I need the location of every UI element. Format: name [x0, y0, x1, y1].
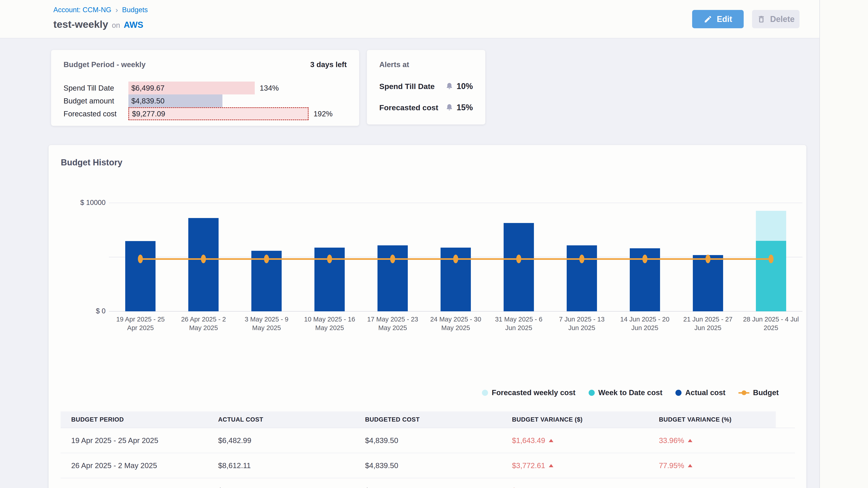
spend-till-date-label: Spend Till Date — [64, 84, 128, 92]
cell-budgeted-cost: $4,839.50 — [354, 486, 501, 488]
days-left-text: 3 days left — [310, 60, 347, 69]
chart-slot: 31 May 2025 - 6 Jun 2025 — [487, 203, 550, 311]
budget-line-marker[interactable] — [264, 255, 269, 263]
budget-detail-page: Account: CCM-NG › Budgets test-weekly on… — [0, 0, 868, 488]
alert-forecast-threshold: 15% — [457, 103, 473, 112]
breadcrumb-separator-icon: › — [116, 5, 118, 14]
budget-period-card-title: Budget Period - weekly — [64, 60, 146, 69]
legend-label: Forecasted weekly cost — [492, 388, 576, 397]
y-axis-label-zero: $ 0 — [72, 307, 105, 315]
cell-budgeted-cost: $4,839.50 — [354, 436, 501, 445]
actual-cost-bar[interactable] — [188, 218, 219, 311]
breadcrumb: Account: CCM-NG › Budgets — [53, 5, 148, 14]
week-to-date-cost-bar[interactable] — [756, 241, 786, 311]
budget-line-marker[interactable] — [516, 255, 521, 263]
budget-amount-row: Budget amount $4,839.50 — [64, 94, 347, 107]
alert-forecast-row: Forecasted cost 15% — [379, 103, 473, 112]
budget-line-marker[interactable] — [706, 255, 710, 263]
main-content-column: Account: CCM-NG › Budgets test-weekly on… — [0, 0, 820, 488]
table-header-row: BUDGET PERIODACTUAL COSTBUDGETED COSTBUD… — [61, 412, 795, 428]
cell-budget-variance-pct: 77.95% — [648, 461, 795, 470]
chart-slot: 21 Jun 2025 - 27 Jun 2025 — [676, 203, 739, 311]
x-axis-label: 19 Apr 2025 - 25 Apr 2025 — [112, 315, 168, 332]
budget-line-marker[interactable] — [138, 255, 143, 263]
budget-line-marker[interactable] — [453, 255, 458, 263]
legend-item[interactable]: Actual cost — [675, 388, 725, 397]
forecasted-cost-bar: $9,277.09 — [128, 107, 309, 120]
cell-actual-cost: $5,588.18 — [208, 486, 354, 488]
x-axis-label: 14 Jun 2025 - 20 Jun 2025 — [617, 315, 673, 332]
pencil-icon — [704, 15, 712, 24]
actual-cost-swatch — [675, 390, 682, 396]
chart-slot: 26 Apr 2025 - 2 May 2025 — [172, 203, 235, 311]
x-axis-label: 17 May 2025 - 23 May 2025 — [364, 315, 421, 332]
cell-budget-variance-pct: 33.96% — [648, 436, 795, 445]
x-axis-label: 31 May 2025 - 6 Jun 2025 — [491, 315, 547, 332]
forecasted-cost-percent: 192% — [313, 109, 333, 118]
budget-period-card: Budget Period - weekly 3 days left Spend… — [51, 50, 359, 126]
x-axis-label: 3 May 2025 - 9 May 2025 — [238, 315, 295, 332]
legend-label: Actual cost — [685, 388, 725, 397]
table-row: 3 May 2025 - 9 May 2025$5,588.18$4,839.5… — [61, 478, 795, 488]
cell-budgeted-cost: $4,839.50 — [354, 461, 501, 470]
table-header-cell: BUDGETED COST — [354, 416, 501, 423]
cell-budget-variance-usd: $748.68 — [501, 486, 648, 488]
budget-amount-label: Budget amount — [64, 97, 128, 105]
page-title: test-weekly — [53, 19, 108, 30]
variance-up-icon — [549, 439, 553, 442]
budget-line-marker[interactable] — [579, 255, 584, 263]
budget-line-swatch — [739, 390, 749, 396]
budget-history-card: Budget History $ 10000 $ 0 19 Apr 2025 -… — [49, 145, 806, 488]
platform-label: AWS — [124, 20, 143, 30]
breadcrumb-budgets-link[interactable]: Budgets — [122, 6, 148, 14]
chart-legend: Forecasted weekly costWeek to Date costA… — [61, 388, 794, 397]
alert-spend-label: Spend Till Date — [379, 82, 435, 91]
x-axis-label: 26 Apr 2025 - 2 May 2025 — [175, 315, 232, 332]
budget-amount-bar: $4,839.50 — [128, 94, 222, 107]
table-header-cell: ACTUAL COST — [208, 416, 354, 423]
delete-button-label: Delete — [770, 14, 795, 24]
legend-item[interactable]: Budget — [739, 388, 779, 397]
spend-till-date-bar: $6,499.67 — [128, 82, 255, 94]
delete-button[interactable]: Delete — [752, 10, 800, 28]
table-body: 19 Apr 2025 - 25 Apr 2025$6,482.99$4,839… — [61, 428, 795, 488]
x-axis-label: 10 May 2025 - 16 May 2025 — [301, 315, 358, 332]
title-on-text: on — [112, 21, 120, 30]
chart-slot: 10 May 2025 - 16 May 2025 — [298, 203, 361, 311]
breadcrumb-account-link[interactable]: Account: CCM-NG — [53, 6, 112, 14]
alert-forecast-label: Forecasted cost — [379, 103, 438, 112]
variance-up-icon — [549, 464, 553, 467]
legend-item[interactable]: Forecasted weekly cost — [482, 388, 576, 397]
edit-button[interactable]: Edit — [692, 10, 744, 28]
table-row: 26 Apr 2025 - 2 May 2025$8,612.11$4,839.… — [61, 453, 795, 478]
week-to-date-cost-swatch — [589, 390, 595, 396]
y-axis-label-max: $ 10000 — [72, 199, 105, 207]
variance-up-icon — [688, 439, 692, 442]
variance-up-icon — [688, 464, 692, 467]
budget-history-chart: $ 10000 $ 0 19 Apr 2025 - 25 Apr 202526 … — [61, 179, 794, 362]
actual-cost-bar[interactable] — [504, 223, 534, 311]
legend-item[interactable]: Week to Date cost — [589, 388, 662, 397]
budget-line-marker[interactable] — [201, 255, 206, 263]
actual-cost-bar[interactable] — [125, 241, 156, 311]
chart-slot: 3 May 2025 - 9 May 2025 — [235, 203, 298, 311]
budget-line-marker[interactable] — [327, 255, 332, 263]
title-row: test-weekly on AWS — [53, 19, 143, 30]
actual-cost-bar[interactable] — [693, 255, 723, 311]
alert-spend-threshold: 10% — [457, 82, 473, 91]
cell-budget-period: 19 Apr 2025 - 25 Apr 2025 — [61, 436, 208, 445]
x-axis-label: 21 Jun 2025 - 27 Jun 2025 — [680, 315, 736, 332]
page-header: Account: CCM-NG › Budgets test-weekly on… — [0, 0, 819, 38]
chart-slots: 19 Apr 2025 - 25 Apr 202526 Apr 2025 - 2… — [109, 203, 802, 311]
bell-icon — [445, 82, 454, 90]
legend-label: Budget — [753, 388, 779, 397]
budget-line-marker[interactable] — [390, 255, 395, 263]
budget-line-marker[interactable] — [643, 255, 647, 263]
forecasted-weekly-cost-swatch — [482, 390, 488, 396]
chart-slot: 17 May 2025 - 23 May 2025 — [361, 203, 424, 311]
x-axis-label: 7 Jun 2025 - 13 Jun 2025 — [554, 315, 610, 332]
legend-label: Week to Date cost — [598, 388, 662, 397]
budget-line-marker[interactable] — [769, 255, 774, 263]
budget-history-title: Budget History — [61, 158, 122, 167]
forecasted-cost-label: Forecasted cost — [64, 109, 128, 118]
